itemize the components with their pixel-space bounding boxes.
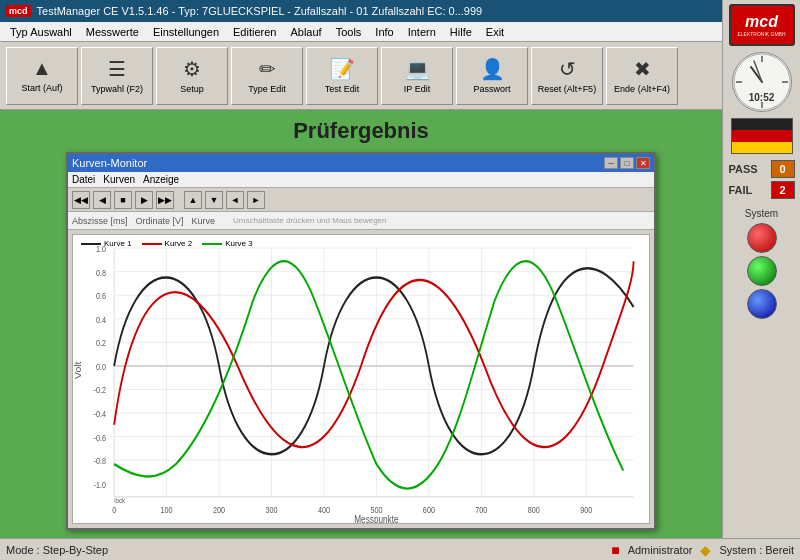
legend-kurve3-label: Kurve 3 (225, 239, 253, 248)
mcd-logo: mcd ELEKTRONIK GMBH (729, 4, 795, 46)
svg-text:Messpunkte: Messpunkte (354, 513, 398, 523)
system-green-indicator (747, 256, 777, 286)
km-minimize-button[interactable]: ─ (604, 157, 618, 169)
km-tool-right[interactable]: ► (247, 191, 265, 209)
svg-text:-0.6: -0.6 (94, 433, 107, 443)
window-title: TestManager CE V1.5.1.46 - Typ: 7GLUECKS… (37, 5, 483, 17)
test-edit-label: Test Edit (325, 84, 360, 95)
pass-row: PASS 0 (729, 160, 795, 178)
menu-item-editieren[interactable]: Editieren (227, 25, 282, 39)
km-menu-datei[interactable]: Datei (72, 174, 95, 185)
svg-text:900: 900 (580, 505, 592, 515)
chart-area: Kurve 1 Kurve 2 Kurve 3 Volt (72, 234, 650, 524)
svg-text:lock: lock (114, 497, 125, 505)
flag-black-stripe (732, 119, 792, 130)
menu-item-hilfe[interactable]: Hilfe (444, 25, 478, 39)
flag-red-stripe (732, 130, 792, 141)
menu-item-ablauf[interactable]: Ablauf (284, 25, 327, 39)
menu-item-einstellungen[interactable]: Einstellungen (147, 25, 225, 39)
km-tool-stop[interactable]: ■ (114, 191, 132, 209)
setup-icon: ⚙ (183, 57, 201, 81)
svg-text:0.6: 0.6 (96, 291, 106, 301)
km-tool-play[interactable]: ▶ (135, 191, 153, 209)
passwort-label: Passwort (473, 84, 510, 95)
flag-gold-stripe (732, 142, 792, 153)
svg-text:0.4: 0.4 (96, 315, 106, 325)
svg-text:800: 800 (528, 505, 540, 515)
svg-text:700: 700 (475, 505, 487, 515)
km-menu-anzeige[interactable]: Anzeige (143, 174, 179, 185)
km-maximize-button[interactable]: □ (620, 157, 634, 169)
reset-button[interactable]: ↺Reset (Alt+F5) (531, 47, 603, 105)
setup-button[interactable]: ⚙Setup (156, 47, 228, 105)
title-bar: mcd TestManager CE V1.5.1.46 - Typ: 7GLU… (0, 0, 800, 22)
system-label: System (729, 208, 795, 219)
fail-label: FAIL (729, 184, 753, 196)
svg-text:-0.4: -0.4 (94, 409, 107, 419)
svg-text:-1.0: -1.0 (94, 480, 107, 490)
ende-icon: ✖ (634, 57, 651, 81)
type-edit-label: Type Edit (248, 84, 286, 95)
page-title: Prüfergebnis (293, 118, 429, 144)
km-tool-prev[interactable]: ◀ (93, 191, 111, 209)
typwahl-button[interactable]: ☰Typwahl (F2) (81, 47, 153, 105)
german-flag (731, 118, 793, 154)
typwahl-label: Typwahl (F2) (91, 84, 143, 95)
km-window-controls: ─ □ ✕ (604, 157, 650, 169)
menu-item-info[interactable]: Info (369, 25, 399, 39)
menu-item-exit[interactable]: Exit (480, 25, 510, 39)
km-tool-up[interactable]: ▲ (184, 191, 202, 209)
km-close-button[interactable]: ✕ (636, 157, 650, 169)
km-fields: Abszisse [ms] Ordinate [V] Kurve Umschal… (68, 212, 654, 230)
reset-label: Reset (Alt+F5) (538, 84, 596, 95)
km-kurve-label: Kurve (192, 216, 216, 226)
svg-text:200: 200 (213, 505, 225, 515)
yellow-arrow-icon: ◆ (700, 542, 711, 558)
km-tool-prev-prev[interactable]: ◀◀ (72, 191, 90, 209)
main-content: Prüfergebnis Kurven-Monitor ─ □ ✕ Datei … (0, 110, 722, 538)
km-ordinate-label: Ordinate [V] (136, 216, 184, 226)
menu-bar: Typ AuswahlMesswerteEinstellungenEditier… (0, 22, 800, 42)
clock-widget: 10:52 (732, 52, 792, 112)
right-panel: mcd ELEKTRONIK GMBH 10:52 PASS 0 F (722, 0, 800, 560)
title-text: mcd TestManager CE V1.5.1.46 - Typ: 7GLU… (6, 5, 482, 17)
menu-item-tools[interactable]: Tools (330, 25, 368, 39)
system-section: System (729, 208, 795, 322)
legend-kurve3-line (202, 243, 222, 245)
km-menu-kurven[interactable]: Kurven (103, 174, 135, 185)
test-edit-icon: 📝 (330, 57, 355, 81)
pass-label: PASS (729, 163, 758, 175)
passwort-button[interactable]: 👤Passwort (456, 47, 528, 105)
kurven-monitor-window: Kurven-Monitor ─ □ ✕ Datei Kurven Anzeig… (66, 152, 656, 530)
svg-text:100: 100 (161, 505, 173, 515)
km-hint-text: Umschalttaste drücken und Maus bewegen (233, 216, 386, 225)
system-blue-indicator (747, 289, 777, 319)
fail-value: 2 (771, 181, 795, 199)
km-tool-left[interactable]: ◄ (226, 191, 244, 209)
svg-text:-0.2: -0.2 (94, 386, 107, 396)
logo-text: mcd (745, 13, 778, 31)
ip-edit-label: IP Edit (404, 84, 430, 95)
ende-button[interactable]: ✖Ende (Alt+F4) (606, 47, 678, 105)
app-icon: mcd (6, 5, 31, 17)
reset-icon: ↺ (559, 57, 576, 81)
km-abszisse-label: Abszisse [ms] (72, 216, 128, 226)
legend-kurve2-label: Kurve 2 (165, 239, 193, 248)
ip-edit-button[interactable]: 💻IP Edit (381, 47, 453, 105)
km-tool-next[interactable]: ▶▶ (156, 191, 174, 209)
start-icon: ▲ (32, 57, 52, 80)
km-title: Kurven-Monitor (72, 157, 147, 169)
ip-edit-icon: 💻 (405, 57, 430, 81)
start-button[interactable]: ▲Start (Auf) (6, 47, 78, 105)
test-edit-button[interactable]: 📝Test Edit (306, 47, 378, 105)
menu-item-intern[interactable]: Intern (402, 25, 442, 39)
passwort-icon: 👤 (480, 57, 505, 81)
legend-kurve1-label: Kurve 1 (104, 239, 132, 248)
type-edit-button[interactable]: ✏Type Edit (231, 47, 303, 105)
km-tool-down[interactable]: ▼ (205, 191, 223, 209)
legend-kurve1-line (81, 243, 101, 245)
menu-item-typ-auswahl[interactable]: Typ Auswahl (4, 25, 78, 39)
svg-text:0: 0 (112, 505, 116, 515)
menu-item-messwerte[interactable]: Messwerte (80, 25, 145, 39)
svg-text:Volt: Volt (73, 361, 83, 379)
